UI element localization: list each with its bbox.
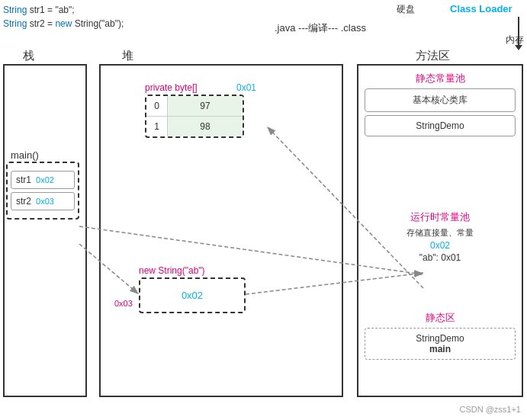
- code-str1: str1 = "ab";: [30, 5, 75, 15]
- runtime-pool: 运行时常量池 存储直接量、常量 0x02 "ab": 0x01: [358, 204, 522, 265]
- static-zone-method: main: [370, 344, 510, 354]
- bytearray-label: private byte[]: [145, 82, 198, 93]
- main-label: main(): [11, 149, 39, 161]
- array-value-1: 98: [168, 117, 243, 136]
- stringdemo-box: StringDemo: [365, 115, 516, 136]
- runtime-desc: 存储直接量、常量: [365, 227, 516, 239]
- basic-lib-box: 基本核心类库: [365, 88, 516, 112]
- method-header: 方法区: [416, 49, 450, 63]
- keyword-new: new: [55, 18, 72, 29]
- newstring-label: new String("ab"): [139, 265, 205, 276]
- bytearray-addr: 0x01: [236, 82, 256, 93]
- static-zone: 静态区 StringDemo main: [358, 305, 522, 363]
- newstring-value: 0x02: [182, 290, 203, 301]
- static-zone-class: StringDemo: [370, 333, 510, 344]
- watermark: CSDN @zss1+1: [459, 405, 521, 414]
- array-index-0: 0: [146, 96, 168, 116]
- static-zone-title: 静态区: [358, 311, 522, 325]
- stack-frame: str1 0x02 str2 0x03: [6, 162, 79, 220]
- array-row-0: 0 97: [146, 96, 243, 117]
- str2-label: str2: [16, 196, 31, 207]
- code-str2a: str2 =: [30, 18, 56, 29]
- classloader-arrow: [518, 17, 519, 46]
- stack-header: 栈: [23, 49, 34, 63]
- array-value-0: 97: [168, 96, 243, 116]
- java-compile-label: .java ---编译--- .class: [275, 21, 366, 35]
- newstring-box: 0x02: [139, 277, 246, 313]
- bytearray-table: 0 97 1 98: [145, 95, 244, 138]
- keyword-string: String: [3, 5, 27, 15]
- runtime-addr: 0x02: [365, 240, 516, 251]
- code-line-2: String str2 = new String("ab");: [3, 17, 124, 30]
- newstring-addr-label: 0x03: [114, 299, 133, 308]
- str2-addr: 0x03: [36, 197, 54, 206]
- str2-item: str2 0x03: [11, 192, 75, 210]
- runtime-pool-title: 运行时常量池: [358, 210, 522, 224]
- static-zone-box: StringDemo main: [365, 328, 516, 360]
- code-line-1: String str1 = "ab";: [3, 3, 124, 17]
- runtime-str: "ab": 0x01: [365, 252, 516, 263]
- static-pool: 静态常量池 基本核心类库 StringDemo: [358, 66, 522, 139]
- static-pool-title: 静态常量池: [358, 72, 522, 85]
- keyword-string2: String: [3, 18, 27, 29]
- str1-item: str1 0x02: [11, 171, 75, 189]
- hardisk-label: 硬盘: [397, 3, 415, 16]
- classloader-label: Class Loader: [450, 3, 513, 14]
- code-block: String str1 = "ab"; String str2 = new St…: [3, 3, 124, 30]
- str1-addr: 0x02: [36, 175, 54, 184]
- array-row-1: 1 98: [146, 117, 243, 136]
- str1-label: str1: [16, 175, 31, 185]
- array-index-1: 1: [146, 117, 168, 136]
- heap-header: 堆: [122, 49, 133, 63]
- code-str2b: String("ab");: [75, 18, 124, 29]
- stack-column: [3, 64, 87, 397]
